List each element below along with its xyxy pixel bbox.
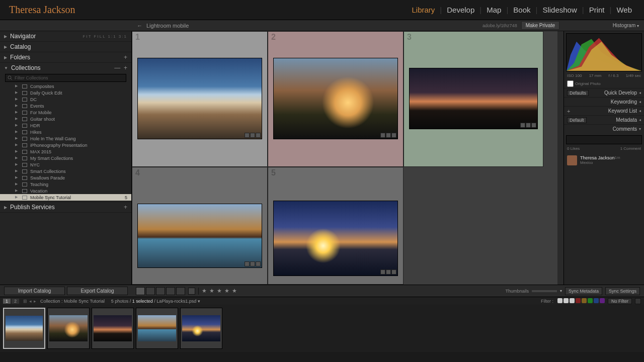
thumbnail-size-slider[interactable]: [532, 290, 557, 292]
filmstrip-cell[interactable]: [3, 308, 45, 349]
view-mode-icons: [136, 287, 185, 295]
next-photo-icon[interactable]: ▸: [34, 299, 36, 304]
grid-view: 54321: [132, 31, 564, 285]
collection-item[interactable]: ▶Swallows Parade: [0, 174, 131, 181]
collection-item[interactable]: ▶My Smart Collections: [0, 155, 131, 161]
collection-item[interactable]: ▶Guitar shoot: [0, 116, 131, 122]
painter-icon[interactable]: [188, 288, 195, 295]
module-map[interactable]: Map: [484, 6, 504, 14]
histogram-info: ISO 100 17 mm f / 6.3 1/49 sec: [564, 73, 644, 79]
import-catalog-button[interactable]: Import Catalog: [4, 287, 65, 295]
svg-line-1: [11, 78, 12, 80]
filmstrip-cell[interactable]: [47, 308, 90, 349]
grid-mini-icon[interactable]: ⊞: [23, 299, 27, 304]
sync-settings-button[interactable]: Sync Settings: [605, 287, 640, 295]
export-catalog-button[interactable]: Export Catalog: [67, 287, 128, 295]
photo-thumbnail[interactable]: [137, 204, 262, 268]
identity-plate: Theresa Jackson: [9, 4, 75, 16]
module-book[interactable]: Book: [510, 6, 533, 14]
keywording-header[interactable]: Keywording◂: [564, 97, 644, 106]
comment-entry: Theresa Jackson 1m Mexico: [564, 153, 644, 167]
secondary-display-pages[interactable]: 12: [3, 299, 19, 304]
grid-scrollbar[interactable]: [557, 31, 564, 285]
filter-flags[interactable]: [556, 298, 605, 304]
left-panel: ▶Navigator FIT FILL 1:1 3:1 ▶Catalog ▶Fo…: [0, 31, 132, 285]
module-picker: Library|Develop|Map|Book|Slideshow|Print…: [409, 6, 635, 14]
collection-item[interactable]: ▶DC: [0, 96, 131, 103]
collection-item[interactable]: ▶HDR: [0, 122, 131, 129]
collection-item[interactable]: ▶MAX 2015: [0, 148, 131, 155]
collections-header[interactable]: ▼Collections— +: [0, 63, 131, 73]
module-print[interactable]: Print: [586, 6, 608, 14]
original-photo-checkbox[interactable]: Original Photo: [564, 79, 644, 88]
metadata-header[interactable]: Default Metadata◂: [564, 115, 644, 124]
module-library[interactable]: Library: [409, 6, 438, 14]
filter-lock-icon[interactable]: [635, 298, 641, 304]
right-panel: ISO 100 17 mm f / 6.3 1/49 sec Original …: [564, 31, 644, 285]
photo-thumbnail[interactable]: [273, 58, 398, 139]
histogram-header[interactable]: Histogram ▾: [564, 23, 644, 28]
grid-cell[interactable]: 2: [268, 31, 404, 167]
filmstrip-cell[interactable]: [180, 308, 222, 349]
collection-item[interactable]: ▶Composites: [0, 83, 131, 89]
collection-item[interactable]: ▶Vacation: [0, 188, 131, 194]
collection-item[interactable]: ▶Daily Quick Edit: [0, 89, 131, 96]
grid-cell[interactable]: 3: [404, 31, 543, 167]
grid-cell[interactable]: 4: [132, 167, 268, 285]
filmstrip: [0, 305, 644, 352]
collection-item[interactable]: ▶Mobile Sync Tutorial5: [0, 194, 131, 201]
module-develop[interactable]: Develop: [444, 6, 477, 14]
rating-stars[interactable]: ★ ★ ★ ★ ★: [202, 288, 237, 294]
collection-item[interactable]: ▶NYC: [0, 161, 131, 168]
folders-header[interactable]: ▶Folders+: [0, 52, 131, 62]
prev-photo-icon[interactable]: ◂: [29, 299, 32, 304]
collection-item[interactable]: ▶Events: [0, 103, 131, 109]
grid-cell[interactable]: 5: [268, 167, 404, 285]
comment-input[interactable]: [566, 135, 642, 144]
photo-thumbnail[interactable]: [273, 201, 398, 276]
publish-services-header[interactable]: ▶Publish Services+: [0, 202, 131, 212]
quick-develop-header[interactable]: Defaults Quick Develop◂: [564, 88, 644, 97]
share-link[interactable]: adobe.ly/1thz748: [482, 23, 517, 28]
module-slideshow[interactable]: Slideshow: [539, 6, 580, 14]
filmstrip-source[interactable]: Collection : Mobile Sync Tutorial 5 phot…: [40, 299, 200, 304]
survey-view-icon[interactable]: [166, 287, 175, 295]
filter-label: Filter :: [541, 299, 553, 304]
collection-item[interactable]: ▶Teaching: [0, 181, 131, 188]
filmstrip-cell[interactable]: [136, 308, 178, 349]
photo-thumbnail[interactable]: [137, 58, 262, 139]
people-view-icon[interactable]: [176, 287, 185, 295]
breadcrumb[interactable]: Lightroom mobile: [146, 23, 189, 29]
collection-item[interactable]: ▶For Mobile: [0, 109, 131, 116]
filmstrip-cell[interactable]: [92, 308, 134, 349]
filter-preset-select[interactable]: No Filter: [608, 298, 632, 304]
catalog-header[interactable]: ▶Catalog: [0, 42, 131, 52]
collection-item[interactable]: ▶Hole In The Wall Gang: [0, 135, 131, 142]
search-icon: [8, 75, 13, 80]
thumbnails-label: Thumbnails: [505, 289, 529, 294]
grid-cell[interactable]: 1: [132, 31, 268, 167]
histogram[interactable]: [566, 33, 642, 71]
navigator-header[interactable]: ▶Navigator FIT FILL 1:1 3:1: [0, 31, 131, 41]
photo-thumbnail[interactable]: [409, 68, 538, 129]
module-web[interactable]: Web: [613, 6, 635, 14]
collection-item[interactable]: ▶Smart Collections: [0, 168, 131, 174]
collection-item[interactable]: ▶Hikes: [0, 129, 131, 135]
collection-item[interactable]: ▶iPhoneography Presentation: [0, 142, 131, 148]
avatar: [567, 155, 577, 165]
collections-filter-input[interactable]: Filter Collections: [5, 74, 126, 82]
likes-row: 0 Likes1 Comment: [564, 146, 644, 153]
back-icon[interactable]: ←: [137, 23, 142, 29]
sync-metadata-button[interactable]: Sync Metadata: [565, 287, 602, 295]
grid-view-icon[interactable]: [136, 287, 145, 295]
keyword-list-header[interactable]: +Keyword List◂: [564, 106, 644, 115]
make-private-button[interactable]: Make Private: [521, 21, 559, 30]
compare-view-icon[interactable]: [156, 287, 165, 295]
loupe-view-icon[interactable]: [146, 287, 155, 295]
comments-header[interactable]: Comments▾: [564, 124, 644, 133]
